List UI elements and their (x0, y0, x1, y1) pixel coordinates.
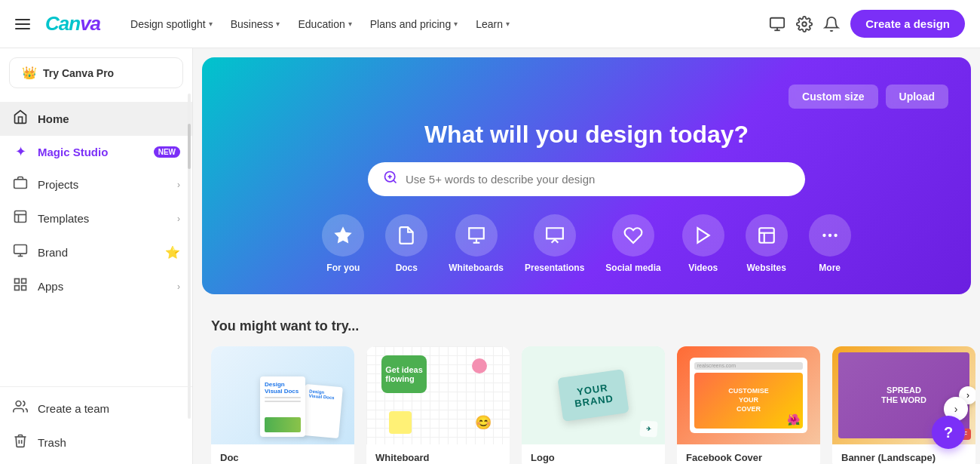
svg-point-25 (822, 234, 825, 237)
design-card-logo[interactable]: YOURBRAND ✈ Logo (522, 346, 665, 464)
header: Canva Design spotlight ▾ Business ▾ Educ… (0, 0, 980, 48)
svg-line-17 (394, 180, 397, 183)
hero-buttons: Custom size Upload (225, 85, 948, 109)
canva-logo: Canva (45, 12, 100, 35)
sidebar-item-magic-studio[interactable]: ✦ Magic Studio NEW (0, 136, 192, 167)
search-magic-icon (383, 170, 398, 189)
brand-icon (12, 243, 29, 262)
nav-business[interactable]: Business ▾ (223, 14, 288, 35)
main-nav: Design spotlight ▾ Business ▾ Education … (123, 14, 754, 35)
hero-title: What will you design today? (225, 121, 948, 149)
category-social-media[interactable]: Social media (605, 214, 660, 273)
sidebar-item-create-team[interactable]: Create a team (0, 392, 192, 426)
upload-button[interactable]: Upload (886, 85, 948, 109)
chevron-down-icon: ▾ (276, 20, 280, 28)
card-thumb-facebook: realscreens.com CUSTOMISEYOURCOVER 🌺 (677, 346, 820, 444)
svg-rect-12 (22, 279, 26, 284)
svg-rect-0 (770, 17, 784, 27)
sidebar: 👑 Try Canva Pro Home ✦ Magic Studio NEW (0, 48, 193, 464)
create-design-button[interactable]: Create a design (850, 10, 965, 38)
svg-point-27 (834, 234, 837, 237)
category-websites[interactable]: Websites (746, 214, 788, 273)
svg-marker-21 (697, 228, 709, 243)
search-input[interactable] (406, 173, 790, 186)
sidebar-item-projects[interactable]: Projects › (0, 167, 192, 201)
hamburger-menu[interactable] (15, 19, 30, 29)
projects-icon (12, 175, 29, 194)
svg-point-15 (16, 401, 21, 407)
custom-size-button[interactable]: Custom size (789, 85, 877, 109)
star-badge-icon: ⭐ (165, 245, 180, 260)
design-card-doc[interactable]: DesignVisual Docs DesignVisual Docs Doc (211, 346, 354, 464)
suggestions-section: You might want to try... DesignVisual Do… (193, 303, 980, 464)
category-icons: For you Docs Whiteboards (225, 214, 948, 273)
chevron-down-icon: ▾ (454, 20, 458, 28)
svg-rect-14 (22, 286, 26, 290)
svg-rect-4 (14, 180, 27, 189)
sidebar-item-brand[interactable]: Brand ⭐ (0, 235, 192, 269)
design-search-bar[interactable] (368, 162, 805, 196)
main-layout: 👑 Try Canva Pro Home ✦ Magic Studio NEW (0, 48, 980, 464)
trash-icon (12, 433, 29, 452)
nav-plans-pricing[interactable]: Plans and pricing ▾ (363, 14, 465, 35)
templates-icon (12, 209, 29, 228)
home-icon (12, 109, 29, 128)
svg-rect-5 (15, 211, 26, 223)
card-thumb-doc: DesignVisual Docs DesignVisual Docs (211, 346, 354, 444)
sidebar-nav: Home ✦ Magic Studio NEW Projects › (0, 97, 192, 386)
design-card-whiteboard[interactable]: Get ideasflowing 😊 Whiteboard (366, 346, 510, 464)
chevron-right-icon: › (177, 281, 180, 292)
hero-banner: Custom size Upload What will you design … (202, 57, 971, 294)
sidebar-bottom: Create a team Trash (0, 386, 192, 464)
svg-rect-11 (15, 279, 20, 284)
crown-icon: 👑 (22, 66, 37, 80)
try-pro-button[interactable]: 👑 Try Canva Pro (9, 57, 183, 88)
chevron-right-icon: › (177, 180, 180, 190)
sidebar-item-trash[interactable]: Trash (0, 426, 192, 459)
chevron-down-icon: ▾ (209, 20, 213, 28)
settings-icon[interactable] (796, 16, 813, 32)
new-badge: NEW (154, 146, 180, 158)
nav-education[interactable]: Education ▾ (290, 14, 359, 35)
svg-point-26 (828, 234, 831, 237)
sidebar-item-templates[interactable]: Templates › (0, 201, 192, 235)
notification-icon[interactable] (823, 16, 840, 32)
sidebar-item-apps[interactable]: Apps › (0, 269, 192, 303)
category-for-you[interactable]: For you (322, 214, 364, 273)
scrollbar-track (188, 94, 191, 419)
svg-rect-8 (14, 245, 27, 254)
scrollbar-thumb[interactable] (188, 124, 191, 169)
content-area: Custom size Upload What will you design … (193, 48, 980, 464)
chevron-down-icon: ▾ (348, 20, 352, 28)
nav-learn[interactable]: Learn ▾ (468, 14, 517, 35)
nav-design-spotlight[interactable]: Design spotlight ▾ (123, 14, 220, 35)
help-button[interactable]: ? (932, 416, 965, 449)
chevron-down-icon: ▾ (506, 20, 510, 28)
card-thumb-whiteboard: Get ideasflowing 😊 (366, 346, 510, 444)
category-presentations[interactable]: Presentations (525, 214, 584, 273)
design-cards-row: DesignVisual Docs DesignVisual Docs Doc (211, 346, 962, 464)
sidebar-item-home[interactable]: Home (0, 102, 192, 136)
team-icon (12, 399, 29, 418)
category-docs[interactable]: Docs (385, 214, 427, 273)
category-videos[interactable]: Videos (682, 214, 724, 273)
monitor-icon[interactable] (769, 16, 786, 32)
svg-rect-18 (469, 228, 484, 238)
apps-icon (12, 277, 29, 296)
svg-rect-22 (759, 228, 774, 243)
category-whiteboards[interactable]: Whiteboards (449, 214, 504, 273)
svg-point-3 (803, 22, 807, 26)
header-right: Create a design (769, 10, 965, 38)
suggestions-title: You might want to try... (211, 318, 962, 334)
svg-rect-13 (15, 286, 20, 290)
magic-studio-icon: ✦ (12, 143, 29, 160)
card-thumb-logo: YOURBRAND ✈ (522, 346, 665, 444)
chevron-right-icon: › (177, 214, 180, 224)
category-more[interactable]: More (809, 214, 851, 273)
design-card-facebook-cover[interactable]: realscreens.com CUSTOMISEYOURCOVER 🌺 Fac… (677, 346, 820, 464)
